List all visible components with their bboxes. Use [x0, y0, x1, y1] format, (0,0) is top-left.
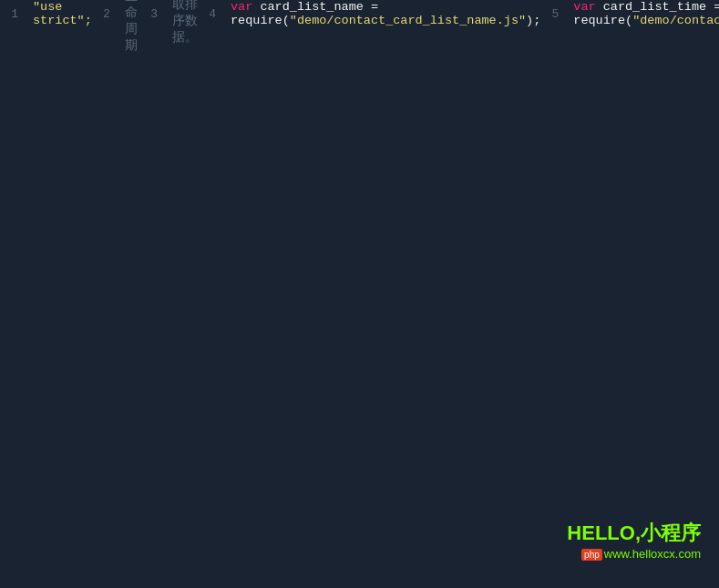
code-token: var — [231, 0, 260, 14]
table-row: 2//生命周期 — [92, 4, 139, 24]
code-token: ( — [625, 14, 632, 27]
code-token: require — [573, 14, 625, 27]
line-number: 4 — [198, 7, 223, 21]
line-number: 3 — [139, 7, 165, 21]
code-token: //取排序数据。 — [172, 0, 198, 45]
code-token: = — [706, 0, 719, 14]
line-number: 1 — [0, 7, 26, 21]
code-editor: 1"use strict";2//生命周期3//取排序数据。4var card_… — [0, 0, 719, 588]
code-token: //生命周期 — [125, 0, 139, 53]
code-token: card_list_time — [603, 0, 706, 14]
line-number: 5 — [540, 7, 566, 21]
code-token: "demo/contact_card_list_time.js" — [632, 14, 719, 27]
code-token: ); — [526, 14, 540, 27]
table-row: 5var card_list_time = require("demo/cont… — [540, 4, 719, 24]
code-token: = — [364, 0, 378, 14]
table-row: 4var card_list_name = require("demo/cont… — [198, 4, 540, 24]
code-token: require — [231, 14, 282, 27]
line-number: 2 — [92, 7, 118, 21]
line-code: "use strict"; — [26, 0, 92, 27]
line-code: //生命周期 — [118, 0, 139, 54]
code-token: var — [573, 0, 602, 14]
line-code: //取排序数据。 — [165, 0, 198, 46]
line-code: var card_list_name = require("demo/conta… — [223, 0, 540, 27]
code-token: ( — [282, 14, 290, 27]
table-row: 3//取排序数据。 — [139, 4, 198, 24]
table-row: 1"use strict"; — [0, 4, 92, 24]
code-token: card_list_name — [260, 0, 363, 14]
code-token: "demo/contact_card_list_name.js" — [290, 14, 526, 27]
code-token: "use strict"; — [33, 0, 92, 27]
code-area: 1"use strict";2//生命周期3//取排序数据。4var card_… — [0, 0, 719, 588]
line-code: var card_list_time = require("demo/conta… — [566, 0, 719, 27]
